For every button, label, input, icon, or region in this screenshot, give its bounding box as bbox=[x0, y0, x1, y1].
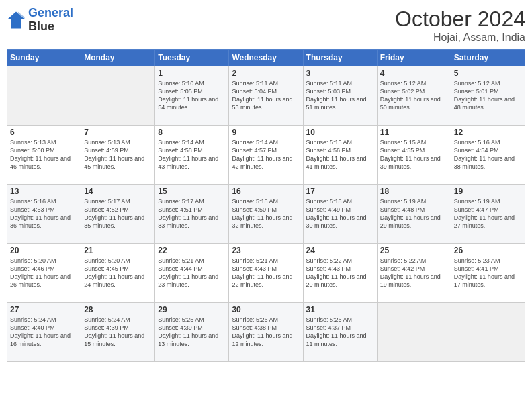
week-row-4: 27Sunrise: 5:24 AMSunset: 4:40 PMDayligh… bbox=[7, 303, 525, 362]
calendar-cell: 28Sunrise: 5:24 AMSunset: 4:39 PMDayligh… bbox=[81, 303, 155, 362]
day-number: 15 bbox=[158, 187, 226, 196]
cell-content: Sunrise: 5:17 AMSunset: 4:51 PMDaylight:… bbox=[158, 197, 226, 230]
svg-marker-0 bbox=[7, 11, 24, 28]
cell-content: Sunrise: 5:24 AMSunset: 4:39 PMDaylight:… bbox=[84, 316, 152, 349]
week-row-3: 20Sunrise: 5:20 AMSunset: 4:46 PMDayligh… bbox=[7, 244, 525, 303]
header-row: SundayMondayTuesdayWednesdayThursdayFrid… bbox=[7, 50, 525, 66]
logo-icon bbox=[7, 11, 26, 30]
location-title: Hojai, Assam, India bbox=[395, 32, 525, 44]
calendar-cell: 9Sunrise: 5:14 AMSunset: 4:57 PMDaylight… bbox=[229, 126, 303, 185]
calendar-cell: 7Sunrise: 5:13 AMSunset: 4:59 PMDaylight… bbox=[81, 126, 155, 185]
calendar-cell: 16Sunrise: 5:18 AMSunset: 4:50 PMDayligh… bbox=[229, 185, 303, 244]
calendar-cell: 25Sunrise: 5:22 AMSunset: 4:42 PMDayligh… bbox=[377, 244, 451, 303]
day-number: 14 bbox=[84, 187, 152, 196]
calendar-cell: 8Sunrise: 5:14 AMSunset: 4:58 PMDaylight… bbox=[155, 126, 229, 185]
day-number: 11 bbox=[380, 128, 448, 137]
cell-content: Sunrise: 5:22 AMSunset: 4:43 PMDaylight:… bbox=[306, 257, 374, 289]
cell-content: Sunrise: 5:19 AMSunset: 4:47 PMDaylight:… bbox=[454, 197, 522, 230]
calendar-cell: 21Sunrise: 5:20 AMSunset: 4:45 PMDayligh… bbox=[81, 244, 155, 303]
calendar-cell: 14Sunrise: 5:17 AMSunset: 4:52 PMDayligh… bbox=[81, 185, 155, 244]
cell-content: Sunrise: 5:23 AMSunset: 4:41 PMDaylight:… bbox=[454, 257, 522, 289]
cell-content: Sunrise: 5:20 AMSunset: 4:46 PMDaylight:… bbox=[10, 257, 78, 289]
logo-text: General Blue bbox=[28, 7, 73, 34]
calendar-cell: 13Sunrise: 5:16 AMSunset: 4:53 PMDayligh… bbox=[7, 185, 81, 244]
cell-content: Sunrise: 5:11 AMSunset: 5:03 PMDaylight:… bbox=[306, 79, 374, 112]
cell-content: Sunrise: 5:13 AMSunset: 5:00 PMDaylight:… bbox=[10, 138, 78, 171]
calendar-cell bbox=[451, 303, 525, 362]
cell-content: Sunrise: 5:15 AMSunset: 4:56 PMDaylight:… bbox=[306, 138, 374, 171]
calendar-cell bbox=[7, 66, 81, 126]
header-day-thursday: Thursday bbox=[303, 50, 377, 66]
calendar-cell: 31Sunrise: 5:26 AMSunset: 4:37 PMDayligh… bbox=[303, 303, 377, 362]
calendar-cell: 19Sunrise: 5:19 AMSunset: 4:47 PMDayligh… bbox=[451, 185, 525, 244]
day-number: 9 bbox=[232, 128, 300, 137]
calendar-table: SundayMondayTuesdayWednesdayThursdayFrid… bbox=[7, 49, 525, 362]
day-number: 19 bbox=[454, 187, 522, 196]
cell-content: Sunrise: 5:10 AMSunset: 5:05 PMDaylight:… bbox=[158, 79, 226, 112]
calendar-cell: 4Sunrise: 5:12 AMSunset: 5:02 PMDaylight… bbox=[377, 66, 451, 126]
logo: General Blue bbox=[7, 7, 73, 34]
cell-content: Sunrise: 5:21 AMSunset: 4:44 PMDaylight:… bbox=[158, 257, 226, 289]
day-number: 17 bbox=[306, 187, 374, 196]
cell-content: Sunrise: 5:13 AMSunset: 4:59 PMDaylight:… bbox=[84, 138, 152, 171]
cell-content: Sunrise: 5:18 AMSunset: 4:50 PMDaylight:… bbox=[232, 197, 300, 230]
header-day-saturday: Saturday bbox=[451, 50, 525, 66]
header: General Blue October 2024 Hojai, Assam, … bbox=[7, 7, 525, 44]
cell-content: Sunrise: 5:17 AMSunset: 4:52 PMDaylight:… bbox=[84, 197, 152, 230]
cell-content: Sunrise: 5:19 AMSunset: 4:48 PMDaylight:… bbox=[380, 197, 448, 230]
day-number: 27 bbox=[10, 305, 78, 314]
day-number: 13 bbox=[10, 187, 78, 196]
cell-content: Sunrise: 5:16 AMSunset: 4:53 PMDaylight:… bbox=[10, 197, 78, 230]
calendar-cell: 23Sunrise: 5:21 AMSunset: 4:43 PMDayligh… bbox=[229, 244, 303, 303]
week-row-0: 1Sunrise: 5:10 AMSunset: 5:05 PMDaylight… bbox=[7, 66, 525, 126]
calendar-cell: 12Sunrise: 5:16 AMSunset: 4:54 PMDayligh… bbox=[451, 126, 525, 185]
day-number: 8 bbox=[158, 128, 226, 137]
calendar-cell: 5Sunrise: 5:12 AMSunset: 5:01 PMDaylight… bbox=[451, 66, 525, 126]
calendar-cell: 10Sunrise: 5:15 AMSunset: 4:56 PMDayligh… bbox=[303, 126, 377, 185]
week-row-2: 13Sunrise: 5:16 AMSunset: 4:53 PMDayligh… bbox=[7, 185, 525, 244]
calendar-cell: 27Sunrise: 5:24 AMSunset: 4:40 PMDayligh… bbox=[7, 303, 81, 362]
cell-content: Sunrise: 5:14 AMSunset: 4:57 PMDaylight:… bbox=[232, 138, 300, 171]
calendar-cell: 3Sunrise: 5:11 AMSunset: 5:03 PMDaylight… bbox=[303, 66, 377, 126]
calendar-cell: 11Sunrise: 5:15 AMSunset: 4:55 PMDayligh… bbox=[377, 126, 451, 185]
day-number: 16 bbox=[232, 187, 300, 196]
day-number: 12 bbox=[454, 128, 522, 137]
cell-content: Sunrise: 5:20 AMSunset: 4:45 PMDaylight:… bbox=[84, 257, 152, 289]
calendar-cell: 30Sunrise: 5:26 AMSunset: 4:38 PMDayligh… bbox=[229, 303, 303, 362]
day-number: 18 bbox=[380, 187, 448, 196]
day-number: 25 bbox=[380, 246, 448, 255]
day-number: 29 bbox=[158, 305, 226, 314]
calendar-cell: 20Sunrise: 5:20 AMSunset: 4:46 PMDayligh… bbox=[7, 244, 81, 303]
calendar-cell: 6Sunrise: 5:13 AMSunset: 5:00 PMDaylight… bbox=[7, 126, 81, 185]
calendar-cell: 29Sunrise: 5:25 AMSunset: 4:39 PMDayligh… bbox=[155, 303, 229, 362]
day-number: 23 bbox=[232, 246, 300, 255]
cell-content: Sunrise: 5:25 AMSunset: 4:39 PMDaylight:… bbox=[158, 316, 226, 349]
day-number: 7 bbox=[84, 128, 152, 137]
cell-content: Sunrise: 5:11 AMSunset: 5:04 PMDaylight:… bbox=[232, 79, 300, 112]
day-number: 30 bbox=[232, 305, 300, 314]
cell-content: Sunrise: 5:15 AMSunset: 4:55 PMDaylight:… bbox=[380, 138, 448, 171]
cell-content: Sunrise: 5:12 AMSunset: 5:01 PMDaylight:… bbox=[454, 79, 522, 112]
day-number: 26 bbox=[454, 246, 522, 255]
day-number: 5 bbox=[454, 68, 522, 78]
header-day-sunday: Sunday bbox=[7, 50, 81, 66]
cell-content: Sunrise: 5:26 AMSunset: 4:38 PMDaylight:… bbox=[232, 316, 300, 349]
title-area: October 2024 Hojai, Assam, India bbox=[395, 7, 525, 44]
day-number: 22 bbox=[158, 246, 226, 255]
cell-content: Sunrise: 5:24 AMSunset: 4:40 PMDaylight:… bbox=[10, 316, 78, 349]
cell-content: Sunrise: 5:22 AMSunset: 4:42 PMDaylight:… bbox=[380, 257, 448, 289]
day-number: 4 bbox=[380, 68, 448, 78]
calendar-cell: 22Sunrise: 5:21 AMSunset: 4:44 PMDayligh… bbox=[155, 244, 229, 303]
calendar-cell: 24Sunrise: 5:22 AMSunset: 4:43 PMDayligh… bbox=[303, 244, 377, 303]
day-number: 1 bbox=[158, 68, 226, 78]
cell-content: Sunrise: 5:16 AMSunset: 4:54 PMDaylight:… bbox=[454, 138, 522, 171]
calendar-cell: 17Sunrise: 5:18 AMSunset: 4:49 PMDayligh… bbox=[303, 185, 377, 244]
cell-content: Sunrise: 5:18 AMSunset: 4:49 PMDaylight:… bbox=[306, 197, 374, 230]
calendar-cell bbox=[81, 66, 155, 126]
cell-content: Sunrise: 5:26 AMSunset: 4:37 PMDaylight:… bbox=[306, 316, 374, 349]
page: General Blue October 2024 Hojai, Assam, … bbox=[0, 0, 532, 411]
week-row-1: 6Sunrise: 5:13 AMSunset: 5:00 PMDaylight… bbox=[7, 126, 525, 185]
header-day-friday: Friday bbox=[377, 50, 451, 66]
calendar-cell: 18Sunrise: 5:19 AMSunset: 4:48 PMDayligh… bbox=[377, 185, 451, 244]
calendar-cell: 2Sunrise: 5:11 AMSunset: 5:04 PMDaylight… bbox=[229, 66, 303, 126]
